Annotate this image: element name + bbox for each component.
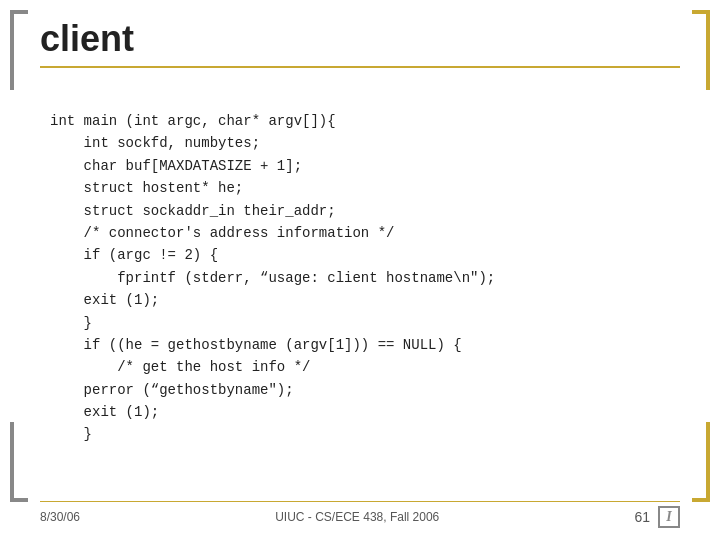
title-underline: [40, 66, 680, 68]
title-area: client: [40, 18, 680, 68]
code-line-8: fprintf (stderr, “usage: client hostname…: [50, 267, 680, 289]
bracket-top-left: [10, 10, 28, 90]
footer-course: UIUC - CS/ECE 438, Fall 2006: [275, 510, 439, 524]
footer-icon: I: [658, 506, 680, 528]
code-area: int main (int argc, char* argv[]){ int s…: [50, 110, 680, 446]
slide-footer: 8/30/06 UIUC - CS/ECE 438, Fall 2006 61 …: [40, 501, 680, 528]
slide-container: client int main (int argc, char* argv[])…: [0, 0, 720, 540]
footer-page-number: 61: [634, 509, 650, 525]
code-line-11: if ((he = gethostbyname (argv[1])) == NU…: [50, 334, 680, 356]
code-line-14: exit (1);: [50, 401, 680, 423]
bracket-top-right: [692, 10, 710, 90]
code-line-15: }: [50, 423, 680, 445]
code-line-6: /* connector's address information */: [50, 222, 680, 244]
code-line-1: int main (int argc, char* argv[]){: [50, 110, 680, 132]
code-line-12: /* get the host info */: [50, 356, 680, 378]
bracket-bottom-right: [692, 422, 710, 502]
code-line-9: exit (1);: [50, 289, 680, 311]
code-line-10: }: [50, 312, 680, 334]
code-line-4: struct hostent* he;: [50, 177, 680, 199]
bracket-bottom-left: [10, 422, 28, 502]
code-line-2: int sockfd, numbytes;: [50, 132, 680, 154]
code-line-3: char buf[MAXDATASIZE + 1];: [50, 155, 680, 177]
footer-right: 61 I: [634, 506, 680, 528]
footer-date: 8/30/06: [40, 510, 80, 524]
code-line-7: if (argc != 2) {: [50, 244, 680, 266]
code-line-5: struct sockaddr_in their_addr;: [50, 200, 680, 222]
code-line-13: perror (“gethostbyname");: [50, 379, 680, 401]
slide-title: client: [40, 18, 680, 60]
